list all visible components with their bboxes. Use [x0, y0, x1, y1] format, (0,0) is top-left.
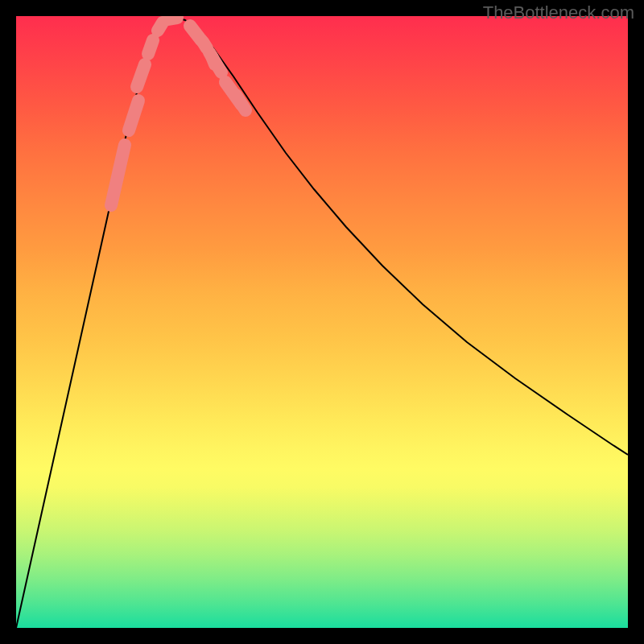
marker-segment [129, 101, 138, 130]
marker-segment [167, 18, 177, 19]
chart-svg [16, 16, 628, 628]
marker-segment [148, 40, 153, 54]
watermark-text: TheBottleneck.com [483, 2, 634, 23]
marker-segment [137, 64, 145, 87]
marker-segment [203, 42, 207, 48]
main-curve [16, 18, 628, 628]
marker-segment [111, 145, 125, 205]
marker-segment [158, 23, 163, 31]
markers-group [111, 18, 246, 205]
chart-container [16, 16, 628, 628]
marker-segment [236, 95, 246, 110]
